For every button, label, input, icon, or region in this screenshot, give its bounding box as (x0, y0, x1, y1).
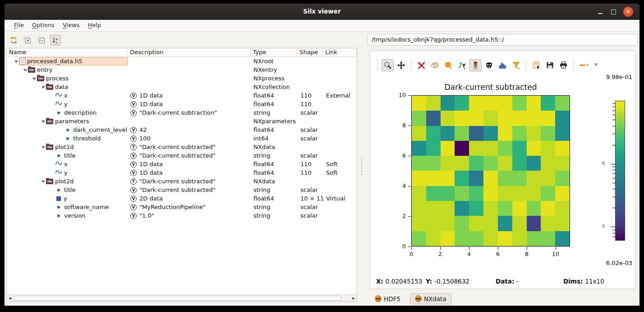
name-cell: processed_data.h5 (7, 57, 128, 65)
tree-row[interactable]: yV1D datafloat64110Soft (7, 168, 357, 177)
menu-help[interactable]: Help (84, 20, 106, 28)
close-button[interactable]: ✕ (623, 7, 633, 17)
colorbar-gradient[interactable] (615, 101, 625, 241)
tree-row[interactable]: yV1D datafloat64110 (7, 100, 357, 108)
panel-splitter-handle[interactable] (360, 157, 363, 175)
menu-file[interactable]: File (10, 20, 28, 28)
copy-button[interactable] (530, 59, 543, 71)
minimize-button[interactable] (596, 7, 605, 16)
y-tick (408, 186, 411, 186)
save-button[interactable] (544, 59, 556, 71)
expand-all-button[interactable] (22, 35, 33, 46)
expanded-caret-icon[interactable] (22, 67, 28, 73)
pixel-intensity-button[interactable] (442, 59, 455, 71)
colorbar-tick (612, 230, 615, 230)
tree-row[interactable]: nxplot2dT"Dark-current subtracted"NXdata (7, 177, 357, 186)
x-tick (556, 247, 556, 250)
tree-row[interactable]: versionV"1.0"stringscalar (7, 211, 357, 220)
collapse-all-button[interactable] (36, 35, 47, 46)
expanded-caret-icon[interactable] (40, 84, 46, 90)
scroll-right-arrow[interactable]: ▶ (350, 295, 357, 301)
histogram-button[interactable] (497, 59, 509, 71)
tree-row[interactable]: software_nameV"MyReductionPipeline"strin… (7, 203, 357, 211)
mask-tools-button[interactable] (483, 59, 495, 71)
expanded-caret-icon[interactable] (40, 144, 46, 150)
filter-button[interactable] (510, 59, 522, 71)
toolbar-overflow-button[interactable]: » (591, 61, 599, 70)
tree-row[interactable]: yV2D datafloat6410 × 11Virtual (7, 194, 357, 203)
heatmap-cell (512, 201, 527, 216)
name-cell: software_name (7, 203, 128, 211)
heatmap-cell (512, 231, 527, 246)
heatmap-cell (412, 126, 426, 141)
tree-row[interactable]: nxplot1dT"Dark-current subtracted"NXdata (7, 143, 357, 151)
column-header-name[interactable]: Name (7, 48, 128, 56)
toolbar-grip[interactable] (525, 60, 528, 70)
tree-row[interactable]: thresholdV100int64scalar (7, 134, 357, 143)
expanded-caret-icon[interactable] (40, 178, 46, 184)
svg-text:0: 0 (459, 66, 460, 69)
toolbar-grip[interactable] (410, 60, 413, 70)
description-cell: V1D data (128, 101, 251, 107)
pan-mode-button[interactable] (395, 59, 407, 71)
tree-row[interactable]: processed_data.h5NXroot (7, 57, 357, 65)
heatmap-cell (512, 96, 527, 111)
column-header-type[interactable]: Type (251, 48, 298, 56)
tree-row[interactable]: nxentryNXentry (7, 65, 357, 74)
tab-hdf5[interactable]: h5HDF5 (370, 293, 405, 304)
column-header-link[interactable]: Link (323, 48, 357, 56)
toolbar-grip[interactable] (376, 60, 379, 70)
print-button[interactable] (557, 59, 570, 71)
zoom-mode-button[interactable] (382, 59, 394, 71)
file-path-field[interactable]: /tmp/silxdocs_obnjk7qg/processed_data.h5… (368, 34, 638, 46)
y-axis-orientation-button[interactable]: 0 Y (456, 59, 468, 71)
heatmap-cell (498, 186, 512, 201)
tree-row[interactable]: dark_current_levelV42float64scalar (7, 126, 357, 134)
toolbar-grip[interactable] (572, 60, 575, 70)
heatmap-cell (541, 126, 555, 141)
sort-button[interactable]: a z (50, 35, 61, 46)
tree-row[interactable]: titleV"Dark-current subtracted"stringsca… (7, 151, 357, 160)
node-name: process (46, 75, 69, 82)
tree-row[interactable]: nxprocessNXprocess (7, 74, 357, 83)
description-text: "Dark-current subtracted" (139, 144, 216, 150)
heatmap-canvas[interactable] (411, 95, 570, 247)
scroll-left-arrow[interactable]: ◀ (7, 295, 13, 301)
title-bar[interactable]: Silx viewer ✕ (5, 4, 639, 20)
description-text: "1.0" (139, 212, 154, 219)
colorbar-tick (612, 178, 615, 178)
tree-row[interactable]: xV1D datafloat64110External (7, 91, 357, 100)
tree-row[interactable]: descriptionV"Dark-current subtraction"st… (7, 108, 357, 117)
tree-row[interactable]: nxparametersNXparameters (7, 117, 357, 126)
colorbar-toggle-button[interactable] (469, 59, 482, 71)
refresh-button[interactable] (8, 35, 19, 46)
description-text: "Dark-current subtracted" (139, 186, 216, 193)
maximize-button[interactable] (609, 7, 618, 16)
horizontal-scrollbar[interactable]: ◀ ▶ (7, 294, 357, 301)
column-header-shape[interactable]: Shape (297, 48, 323, 56)
heatmap-cell (426, 96, 441, 111)
tab-nxdata[interactable]: NXNXdata (410, 293, 451, 304)
profile-button[interactable] (578, 59, 590, 71)
column-header-description[interactable]: Description (128, 48, 250, 56)
node-name: plot1d (55, 144, 74, 150)
type-cell: int64 (251, 135, 298, 142)
heatmap-cell (541, 231, 555, 246)
heatmap-cell (412, 156, 426, 171)
menu-views[interactable]: Views (59, 20, 84, 28)
expanded-caret-icon[interactable] (40, 118, 46, 124)
zoom-reset-button[interactable] (415, 59, 428, 71)
scrollbar-thumb[interactable] (14, 296, 342, 301)
type-cell: float64 (251, 92, 298, 99)
tree-row[interactable]: titleV"Dark-current subtracted"stringsca… (7, 186, 357, 194)
expanded-caret-icon[interactable] (13, 58, 19, 64)
heatmap-cell (412, 216, 426, 231)
colorbar-icon (471, 61, 480, 70)
colormap-button[interactable] (429, 59, 441, 71)
menu-options[interactable]: Options (28, 20, 59, 28)
tree-row[interactable]: nxdataNXcollection (7, 83, 357, 91)
expanded-caret-icon[interactable] (31, 75, 37, 81)
dataset-dot-icon (57, 154, 60, 157)
x-tick-label: 8 (522, 251, 531, 257)
tree-row[interactable]: xV1D datafloat64110Soft (7, 160, 357, 168)
